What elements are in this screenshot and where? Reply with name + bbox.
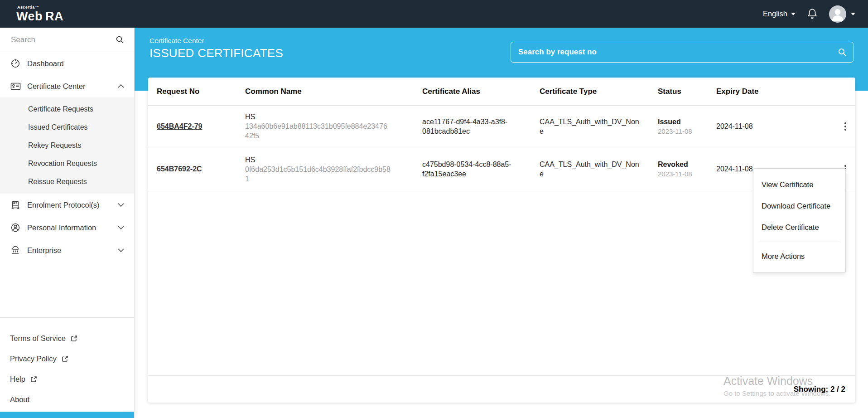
column-header-common-name: Common Name: [245, 87, 422, 96]
link-label: Terms of Service: [10, 334, 66, 343]
status-badge: Revoked: [658, 160, 716, 169]
sidebar-subitem-reissue-requests[interactable]: Reissue Requests: [0, 173, 134, 191]
status-date: 2023-11-08: [658, 170, 716, 178]
showing-count: Showing: 2 / 2: [794, 385, 845, 394]
terms-of-service-link[interactable]: Terms of Service: [0, 328, 134, 349]
dashboard-icon: [10, 58, 21, 68]
certificate-alias: ace11767-d9f4-4a33-a3f8-081bcadb81ec: [422, 117, 517, 136]
column-header-expiry-date: Expiry Date: [716, 87, 835, 96]
avatar: [829, 5, 846, 23]
sidebar-footer: Terms of Service Privacy Policy Help Abo…: [0, 328, 134, 410]
sidebar-divider: [0, 317, 134, 318]
request-search-input[interactable]: [517, 47, 838, 57]
column-header-request-no: Request No: [157, 87, 245, 96]
sidebar-item-certificate-center[interactable]: Certificate Center: [0, 75, 134, 97]
column-header-certificate-type: Certificate Type: [540, 87, 658, 96]
issued-certificates-table: Request No Common Name Certificate Alias…: [148, 78, 855, 403]
table-row: 654B7692-2C HS0f6da253d1c5b151d6c4b3928f…: [148, 147, 855, 191]
external-link-icon: [30, 376, 37, 383]
chevron-down-icon: [118, 226, 124, 229]
privacy-policy-link[interactable]: Privacy Policy: [0, 349, 134, 369]
chevron-up-icon: [118, 84, 124, 88]
sidebar-item-personal-information[interactable]: Personal Information: [0, 216, 134, 239]
brand-supertitle: Ascertia™: [17, 5, 63, 10]
language-selector[interactable]: English: [763, 10, 796, 18]
status-date: 2023-11-08: [658, 127, 716, 135]
sidebar-item-enterprise[interactable]: Enterprise: [0, 239, 134, 262]
sidebar-subitem-certificate-requests[interactable]: Certificate Requests: [0, 100, 134, 118]
enrolment-protocol-icon: [10, 200, 21, 209]
brand-ra: RA: [45, 10, 63, 23]
brand-web: Web: [16, 10, 43, 23]
chevron-down-icon: [118, 248, 124, 252]
sidebar-item-label: Personal Information: [27, 224, 118, 232]
certificate-center-submenu: Certificate Requests Issued Certificates…: [0, 97, 134, 194]
certificate-type: CAA_TLS_Auth_with_DV_None: [540, 160, 640, 179]
column-header-certificate-alias: Certificate Alias: [422, 87, 540, 96]
sidebar-item-label: Enrolment Protocol(s): [27, 201, 118, 209]
enterprise-bank-icon: [10, 246, 21, 255]
request-search: [511, 42, 854, 63]
menu-divider: [759, 242, 840, 242]
common-name-prefix: HS: [245, 155, 391, 165]
table-header-row: Request No Common Name Certificate Alias…: [148, 78, 855, 106]
external-link-icon: [70, 335, 77, 342]
menu-item-delete-certificate[interactable]: Delete Certificate: [753, 217, 845, 238]
row-actions-kebab-icon[interactable]: [841, 121, 850, 132]
certificate-type: CAA_TLS_Auth_with_DV_None: [540, 117, 640, 136]
table-footer: Showing: 2 / 2: [148, 375, 855, 403]
sidebar-item-label: Dashboard: [27, 59, 124, 68]
chevron-down-icon: [118, 203, 124, 207]
bell-icon: [806, 8, 818, 20]
link-label: About: [10, 395, 29, 404]
sidebar-subitem-rekey-requests[interactable]: Rekey Requests: [0, 136, 134, 155]
chevron-down-icon: [851, 13, 855, 15]
menu-item-download-certificate[interactable]: Download Certificate: [753, 195, 845, 217]
common-name-prefix: HS: [245, 112, 391, 122]
certificate-alias: c475bd98-0534-4cc8-88a5-f2fa15eac3ee: [422, 160, 517, 179]
chevron-down-icon: [791, 13, 796, 15]
status-badge: Issued: [658, 118, 716, 126]
common-name-hash: 0f6da253d1c5b151d6c4b3928ffaf2fbdcc9b581: [245, 165, 391, 183]
search-icon[interactable]: [838, 48, 847, 57]
search-icon[interactable]: [116, 35, 124, 44]
menu-item-more-actions[interactable]: More Actions: [753, 246, 845, 267]
row-actions-menu: View Certificate Download Certificate De…: [753, 168, 846, 273]
sidebar-subitem-issued-certificates[interactable]: Issued Certificates: [0, 118, 134, 136]
sidebar-item-dashboard[interactable]: Dashboard: [0, 52, 134, 75]
page-title: ISSUED CERTIFICATES: [149, 46, 283, 60]
menu-item-view-certificate[interactable]: View Certificate: [753, 174, 845, 195]
sidebar-item-label: Certificate Center: [27, 82, 118, 91]
help-link[interactable]: Help: [0, 369, 134, 389]
external-link-icon: [61, 355, 68, 363]
main-content: Certificate Center ISSUED CERTIFICATES R…: [135, 28, 868, 418]
language-label: English: [763, 10, 787, 18]
table-row: 654BA4F2-79 HS134a60b6e91ab88113c31b095f…: [148, 106, 855, 147]
sidebar-item-label: Enterprise: [27, 246, 118, 255]
sidebar-subitem-revocation-requests[interactable]: Revocation Requests: [0, 155, 134, 173]
link-label: Help: [10, 375, 25, 384]
brand-logo[interactable]: Ascertia™ Web RA: [16, 5, 63, 23]
request-no-link[interactable]: 654BA4F2-79: [157, 122, 203, 130]
sidebar-search-input[interactable]: [10, 35, 116, 45]
sidebar-item-enrolment-protocols[interactable]: Enrolment Protocol(s): [0, 194, 134, 216]
person-icon: [10, 223, 21, 233]
about-link[interactable]: About: [0, 389, 134, 410]
sidebar-bottom-accent: [0, 412, 134, 418]
user-menu[interactable]: [829, 5, 855, 23]
sidebar-search: [0, 28, 134, 52]
top-navbar: Ascertia™ Web RA English: [0, 0, 868, 28]
notifications-button[interactable]: [806, 8, 818, 20]
link-label: Privacy Policy: [10, 355, 57, 363]
expiry-date: 2024-11-08: [716, 122, 835, 131]
common-name-hash: 134a60b6e91ab88113c31b095fe884e2347642f5: [245, 122, 387, 140]
certificate-icon: [10, 82, 21, 91]
request-no-link[interactable]: 654B7692-2C: [157, 165, 202, 173]
sidebar: Dashboard Certificate Center Certificate…: [0, 28, 135, 418]
breadcrumb: Certificate Center: [149, 37, 204, 45]
column-header-status: Status: [658, 87, 716, 96]
